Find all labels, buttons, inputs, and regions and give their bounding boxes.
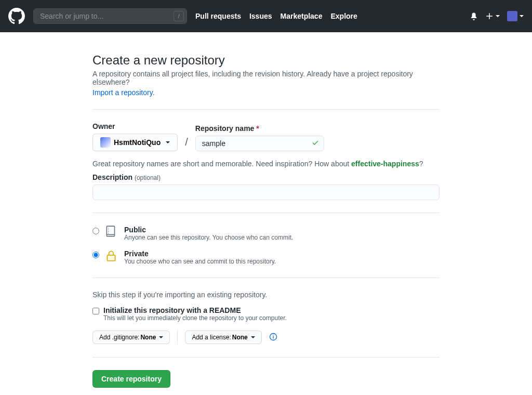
description-input[interactable] <box>92 185 440 200</box>
private-radio[interactable] <box>92 252 99 258</box>
license-dropdown[interactable]: Add a license: None <box>185 331 261 344</box>
init-readme-title: Initialize this repository with a README <box>103 306 287 314</box>
private-description: You choose who can see and commit to thi… <box>124 258 276 265</box>
license-info-icon[interactable] <box>269 333 277 343</box>
create-repository-button[interactable]: Create repository <box>92 370 170 388</box>
divider <box>92 109 440 110</box>
lock-icon <box>104 248 119 265</box>
notifications-icon[interactable] <box>470 12 478 20</box>
private-text: Private You choose who can see and commi… <box>124 249 276 265</box>
page-title: Create a new repository <box>92 53 440 68</box>
license-label: Add a license: <box>192 334 231 341</box>
visibility-public-option: Public Anyone can see this repository. Y… <box>92 226 440 241</box>
owner-group: Owner HsmtNotiQuo <box>92 122 178 151</box>
repo-name-input[interactable] <box>195 136 324 151</box>
chevron-down-icon <box>520 15 524 17</box>
hint-suffix: ? <box>419 160 423 168</box>
init-readme-checkbox[interactable] <box>92 308 99 314</box>
public-text: Public Anyone can see this repository. Y… <box>124 226 293 241</box>
template-dropdown-row: Add .gitignore: None Add a license: None <box>92 330 440 345</box>
optional-text: (optional) <box>135 174 161 181</box>
repo-icon <box>104 225 119 241</box>
divider <box>92 357 440 358</box>
check-icon <box>312 139 319 148</box>
hint-prefix: Great repository names are short and mem… <box>92 160 351 168</box>
public-description: Anyone can see this repository. You choo… <box>124 234 293 241</box>
repo-name-label: Repository name * <box>195 124 324 133</box>
init-readme-description: This will let you immediately clone the … <box>103 314 287 322</box>
nav-pull-requests[interactable]: Pull requests <box>195 12 241 20</box>
init-readme-row: Initialize this repository with a README… <box>92 306 440 322</box>
search-box: / <box>33 8 187 24</box>
skip-import-text: Skip this step if you're importing an ex… <box>92 291 440 299</box>
license-value: None <box>232 334 248 341</box>
repo-name-label-text: Repository name <box>195 124 255 133</box>
owner-select-button[interactable]: HsmtNotiQuo <box>92 134 178 151</box>
description-group: Description (optional) <box>92 173 440 181</box>
chevron-down-icon <box>166 141 170 143</box>
required-indicator: * <box>256 124 259 133</box>
owner-repo-row: Owner HsmtNotiQuo / Repository name * <box>92 122 440 151</box>
name-hint: Great repository names are short and mem… <box>92 160 440 168</box>
owner-avatar-icon <box>100 137 111 148</box>
page-subhead: A repository contains all project files,… <box>92 70 440 86</box>
main-content: Create a new repository A repository con… <box>84 32 448 395</box>
create-new-dropdown[interactable] <box>485 12 500 20</box>
github-logo-icon[interactable] <box>8 8 25 24</box>
repo-name-group: Repository name * <box>195 124 324 151</box>
private-title: Private <box>124 249 276 258</box>
gitignore-value: None <box>140 334 156 341</box>
gitignore-label: Add .gitignore: <box>99 334 139 341</box>
nav-marketplace[interactable]: Marketplace <box>281 12 323 20</box>
user-menu-dropdown[interactable] <box>507 11 524 21</box>
gitignore-dropdown[interactable]: Add .gitignore: None <box>92 331 170 344</box>
import-repository-link[interactable]: Import a repository. <box>92 88 155 97</box>
chevron-down-icon <box>251 336 255 338</box>
global-header: / Pull requests Issues Marketplace Explo… <box>0 0 532 32</box>
slash-key-icon: / <box>174 11 184 21</box>
description-label-text: Description <box>92 173 132 181</box>
owner-name: HsmtNotiQuo <box>114 138 161 147</box>
owner-label: Owner <box>92 122 178 130</box>
divider <box>92 213 440 213</box>
search-input[interactable] <box>33 8 187 24</box>
avatar <box>507 11 517 21</box>
init-readme-text: Initialize this repository with a README… <box>103 306 287 322</box>
visibility-private-option: Private You choose who can see and commi… <box>92 249 440 265</box>
public-radio[interactable] <box>92 228 99 234</box>
slash-separator: / <box>183 136 190 151</box>
vertical-divider <box>177 330 178 345</box>
description-label: Description (optional) <box>92 173 440 181</box>
suggested-name[interactable]: effective-happiness <box>351 160 419 168</box>
public-title: Public <box>124 226 293 234</box>
primary-nav: Pull requests Issues Marketplace Explore <box>195 12 357 20</box>
chevron-down-icon <box>496 15 500 17</box>
repo-name-input-wrap <box>195 136 324 151</box>
divider <box>92 278 440 278</box>
chevron-down-icon <box>159 336 163 338</box>
nav-issues[interactable]: Issues <box>249 12 272 20</box>
nav-explore[interactable]: Explore <box>330 12 357 20</box>
svg-rect-1 <box>107 255 115 261</box>
header-right <box>470 11 524 21</box>
